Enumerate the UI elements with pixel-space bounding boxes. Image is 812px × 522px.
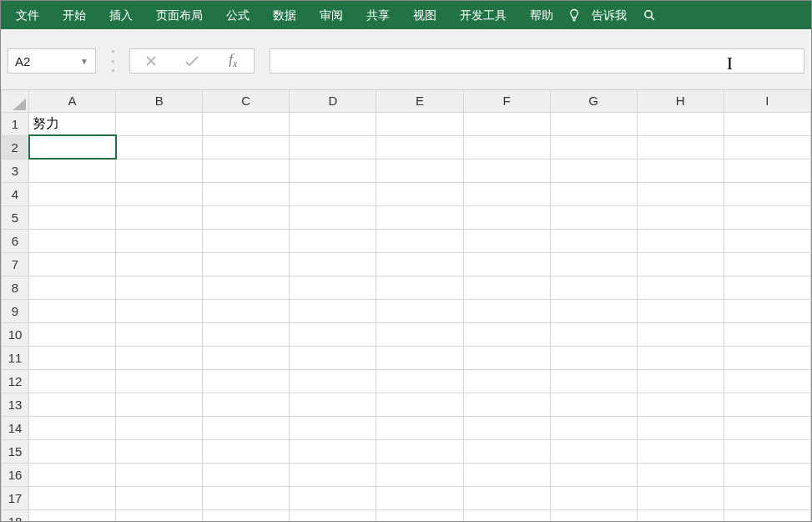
row-header[interactable]: 2 xyxy=(2,135,29,159)
row-header[interactable]: 6 xyxy=(2,229,29,252)
cell[interactable] xyxy=(290,416,376,439)
chevron-down-icon[interactable]: ▼ xyxy=(80,57,88,66)
cell[interactable] xyxy=(550,135,637,159)
insert-function-button[interactable]: fx xyxy=(213,49,254,73)
cell[interactable] xyxy=(290,252,376,276)
cell[interactable] xyxy=(376,159,463,182)
cell[interactable] xyxy=(203,135,290,159)
row-header[interactable]: 12 xyxy=(2,369,29,393)
row-header[interactable]: 18 xyxy=(2,509,29,521)
cell[interactable] xyxy=(550,205,637,229)
col-header[interactable]: I xyxy=(724,90,810,112)
cell[interactable] xyxy=(637,252,724,276)
cell[interactable] xyxy=(29,159,116,182)
cell[interactable] xyxy=(376,346,463,369)
cell[interactable] xyxy=(116,205,203,229)
col-header[interactable]: F xyxy=(463,90,550,112)
cell[interactable] xyxy=(550,112,637,135)
cell[interactable] xyxy=(637,299,724,322)
tab-share[interactable]: 共享 xyxy=(355,1,401,29)
col-header[interactable]: D xyxy=(290,90,376,112)
formula-input[interactable] xyxy=(270,48,804,73)
cell[interactable] xyxy=(290,205,376,229)
cell[interactable] xyxy=(290,486,376,509)
cell[interactable] xyxy=(29,463,116,486)
cell[interactable] xyxy=(29,322,116,346)
cell[interactable] xyxy=(376,416,463,439)
cell[interactable] xyxy=(29,439,116,463)
search-icon[interactable] xyxy=(640,1,658,29)
cell[interactable] xyxy=(290,182,376,205)
cell[interactable] xyxy=(724,229,810,252)
cell[interactable] xyxy=(29,299,116,322)
cell[interactable] xyxy=(376,509,463,521)
cell[interactable] xyxy=(290,346,376,369)
cell[interactable] xyxy=(724,486,810,509)
cell[interactable] xyxy=(724,276,810,299)
cell[interactable] xyxy=(29,276,116,299)
row-header[interactable]: 8 xyxy=(2,276,29,299)
cell[interactable] xyxy=(29,252,116,276)
cell[interactable] xyxy=(550,252,637,276)
cell[interactable] xyxy=(724,299,810,322)
cell[interactable] xyxy=(637,416,724,439)
select-all-corner[interactable] xyxy=(2,90,29,112)
col-header[interactable]: C xyxy=(203,90,290,112)
cell[interactable] xyxy=(29,509,116,521)
cell[interactable] xyxy=(376,205,463,229)
cell[interactable] xyxy=(637,229,724,252)
cell[interactable] xyxy=(724,252,810,276)
cell[interactable] xyxy=(724,416,810,439)
cell[interactable] xyxy=(463,205,550,229)
col-header[interactable]: B xyxy=(116,90,203,112)
cell[interactable] xyxy=(116,416,203,439)
tab-page-layout[interactable]: 页面布局 xyxy=(144,1,214,29)
spreadsheet-grid[interactable]: A B C D E F G H I 1 努力 2 3 4 xyxy=(1,90,811,521)
cell[interactable] xyxy=(376,276,463,299)
cell[interactable] xyxy=(116,252,203,276)
cell[interactable] xyxy=(724,393,810,416)
cell[interactable] xyxy=(116,439,203,463)
cell[interactable] xyxy=(550,322,637,346)
cell[interactable] xyxy=(637,159,724,182)
cell[interactable] xyxy=(203,439,290,463)
cell[interactable] xyxy=(376,135,463,159)
cell[interactable] xyxy=(376,463,463,486)
row-header[interactable]: 11 xyxy=(2,346,29,369)
cell[interactable] xyxy=(637,182,724,205)
cell[interactable] xyxy=(376,393,463,416)
cell[interactable] xyxy=(290,369,376,393)
col-header[interactable]: H xyxy=(637,90,724,112)
cell[interactable] xyxy=(550,509,637,521)
cell[interactable] xyxy=(29,393,116,416)
cell[interactable] xyxy=(203,509,290,521)
cell[interactable] xyxy=(116,135,203,159)
cancel-button[interactable] xyxy=(130,49,171,73)
cell[interactable] xyxy=(463,182,550,205)
cell[interactable] xyxy=(290,393,376,416)
cell[interactable] xyxy=(290,276,376,299)
cell[interactable] xyxy=(290,463,376,486)
row-header[interactable]: 9 xyxy=(2,299,29,322)
tell-me[interactable]: 告诉我 xyxy=(583,1,635,29)
cell[interactable] xyxy=(463,229,550,252)
col-header[interactable]: G xyxy=(550,90,637,112)
cell[interactable] xyxy=(203,159,290,182)
cell[interactable] xyxy=(550,182,637,205)
cell[interactable] xyxy=(29,416,116,439)
cell[interactable] xyxy=(116,112,203,135)
cell[interactable] xyxy=(724,205,810,229)
cell[interactable] xyxy=(116,509,203,521)
cell[interactable] xyxy=(724,159,810,182)
tab-data[interactable]: 数据 xyxy=(261,1,308,29)
cell[interactable] xyxy=(376,112,463,135)
cell[interactable] xyxy=(29,205,116,229)
cell[interactable] xyxy=(550,276,637,299)
cell[interactable] xyxy=(724,182,810,205)
row-header[interactable]: 4 xyxy=(2,182,29,205)
cell[interactable] xyxy=(290,112,376,135)
cell[interactable] xyxy=(376,486,463,509)
cell[interactable] xyxy=(29,182,116,205)
cell[interactable] xyxy=(203,369,290,393)
cell[interactable] xyxy=(116,463,203,486)
